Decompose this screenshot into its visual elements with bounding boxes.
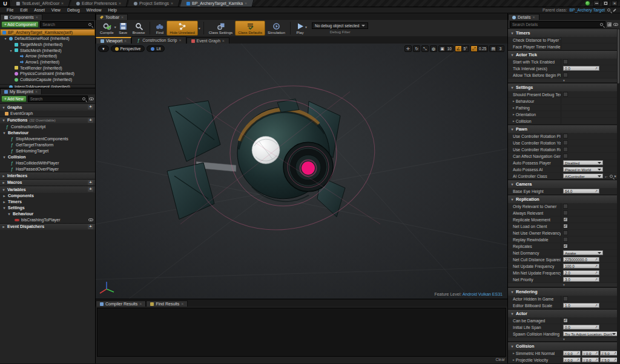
section-macros[interactable]: ▸Macros+ <box>0 179 95 186</box>
tab-my-blueprint[interactable]: My Blueprint × <box>0 88 42 94</box>
item-haspassedoverplayer[interactable]: ƒHasPassedOverPlayer <box>0 166 95 172</box>
menu-edit[interactable]: Edit <box>17 8 30 12</box>
menu-help[interactable]: Help <box>105 8 119 12</box>
window-tab-bp-archerytarget-kamika[interactable]: BP_ArcheryTarget_Kamika× <box>180 0 254 7</box>
details-scrollbar[interactable] <box>617 28 620 363</box>
rotation-snap-button[interactable]: ∠ <box>455 45 462 52</box>
parent-class-link[interactable]: BP_Archery Target <box>569 8 605 12</box>
expand-arrow-icon[interactable]: ▸ <box>513 112 515 116</box>
visibility-filter-icon[interactable] <box>89 97 94 100</box>
section-expander[interactable]: ▾ <box>508 337 620 342</box>
category-behaviour[interactable]: ▾Behaviour <box>0 211 95 217</box>
spin-box-net-cull-distance-squared[interactable]: 225000000.0↗ <box>563 257 599 262</box>
close-icon[interactable]: × <box>36 15 38 19</box>
component-root-row[interactable]: BP_ArcheryTarget_Kamikaze(self) <box>0 29 95 36</box>
component-row-defaultsceneroot[interactable]: ▾DefaultSceneRoot (Inherited) <box>0 36 95 42</box>
close-icon[interactable]: × <box>139 302 142 306</box>
details-section-camera[interactable]: ▾Camera <box>508 180 620 188</box>
rotate-tool-button[interactable]: ↻ <box>413 45 420 52</box>
clear-icon[interactable]: × <box>614 174 616 178</box>
use-selected-icon[interactable]: ← <box>604 174 608 178</box>
camera-speed-value-button[interactable]: 3 <box>497 45 504 52</box>
component-row-physicsconstraint[interactable]: PhysicsConstraint (Inherited) <box>0 71 95 77</box>
section-event-dispatchers[interactable]: ▸Event Dispatchers+ <box>0 223 95 230</box>
item-sethomingtarget[interactable]: ƒSetHomingTarget <box>0 148 95 154</box>
compile-button[interactable]: Compile▾ <box>97 21 116 36</box>
spin-box-editor-billboard-scale[interactable]: 1.0↗ <box>563 303 599 308</box>
tab-viewport[interactable]: Viewport× <box>96 37 131 44</box>
category-components[interactable]: ▸Components <box>0 193 95 199</box>
simulation-button[interactable]: Simulation <box>265 21 288 36</box>
vector-z-field[interactable]: Z5.0↗ <box>600 351 618 356</box>
coordinate-system-button[interactable]: ◍ <box>430 45 437 52</box>
details-section-rendering[interactable]: ▾Rendering <box>508 287 620 296</box>
component-row-arrow[interactable]: Arrow (Inherited) <box>0 53 95 59</box>
feature-level-value[interactable]: Android Vulkan ES31 <box>463 292 503 296</box>
close-icon[interactable]: × <box>181 302 183 306</box>
details-section-timers[interactable]: ▾Timers <box>508 28 620 37</box>
details-section-pawn[interactable]: ▾Pawn <box>508 125 620 133</box>
perspective-button[interactable]: Perspective <box>111 45 145 52</box>
browse-asset-icon[interactable] <box>610 175 613 178</box>
rotation-snap-value-button[interactable]: 5° <box>462 45 469 52</box>
find-button[interactable]: Find <box>153 21 167 36</box>
expand-arrow-icon[interactable]: ▸ <box>513 119 515 123</box>
details-section-settings[interactable]: ▾Settings <box>508 83 620 91</box>
spin-box-net-update-frequency[interactable]: 100.0↗ <box>563 264 599 269</box>
checkbox-replicates[interactable]: ✓ <box>563 244 568 249</box>
details-section-collision[interactable]: ▾Collision <box>508 342 620 350</box>
vector-x-field[interactable]: X0.0↗ <box>563 357 581 363</box>
window-tab-project-settings[interactable]: Project Settings× <box>128 0 180 7</box>
item-biscrashingtoplayer[interactable]: bIsCrashingToPlayer <box>0 217 95 223</box>
category-collision[interactable]: ▾Collision <box>0 154 95 160</box>
vector-z-field[interactable]: Z5.0↗ <box>600 357 618 363</box>
close-icon[interactable]: × <box>179 38 181 42</box>
checkbox-allow-tick-before-begin-pl[interactable] <box>563 73 568 77</box>
menu-window[interactable]: Window <box>84 8 105 12</box>
category-timers[interactable]: ▸Timers <box>0 199 95 205</box>
find-parent-class-icon[interactable] <box>607 8 610 11</box>
tab-close-icon[interactable]: × <box>171 1 173 5</box>
section-interfaces[interactable]: ▸Interfaces <box>0 172 95 179</box>
checkbox-replay-rewindable[interactable] <box>563 237 568 242</box>
section-functions[interactable]: ▾Functions(32 Overridable)+ <box>0 117 95 124</box>
add-new-button[interactable]: + Add New <box>1 96 27 102</box>
component-row-arrow1[interactable]: Arrow1 (Inherited) <box>0 59 95 65</box>
close-icon[interactable]: × <box>121 15 124 19</box>
drone-left-fins[interactable] <box>167 101 220 219</box>
add-icon[interactable]: + <box>88 224 93 229</box>
add-component-button[interactable]: + Add Component <box>1 21 39 28</box>
scale-tool-button[interactable]: ⤡ <box>421 45 429 52</box>
spin-box-net-priority[interactable]: 3.0↗ <box>563 277 599 282</box>
checkbox-use-controller-rotation-ya[interactable] <box>563 140 568 145</box>
dropdown-spawn-collision-handling-m[interactable]: Try To Adjust Location, Don't Spawn If S… <box>563 331 618 337</box>
menu-view[interactable]: View <box>48 8 64 12</box>
scrollbar-thumb[interactable] <box>618 29 619 83</box>
viewport-3d[interactable]: ▾ Perspective Lit ✛ ↻ ⤡ ◍ ▣ 10 <box>96 44 507 299</box>
dropdown-auto-possess-player[interactable]: Disabled <box>563 160 603 166</box>
checkbox-should-present-debug-tex[interactable] <box>563 92 568 97</box>
component-row-collisioncapsule[interactable]: CollisionCapsule (Inherited) <box>0 77 95 83</box>
spin-box-initial-life-span[interactable]: 0.0↗ <box>563 325 599 330</box>
components-search-input[interactable] <box>42 22 87 27</box>
debug-object-select[interactable]: No debug object selected <box>312 22 368 29</box>
expand-arrow-icon[interactable]: ▸ <box>513 351 515 355</box>
tab-close-icon[interactable]: × <box>245 1 247 5</box>
component-row-targetmesh[interactable]: TargetMesh (Inherited) <box>0 42 95 48</box>
checkbox-use-controller-rotation-ro[interactable] <box>563 147 568 152</box>
vector-y-field[interactable]: Y0.0↗ <box>582 351 599 356</box>
scale-snap-button[interactable]: ⤢ <box>470 45 478 52</box>
save-button[interactable]: Save <box>116 21 130 36</box>
clear-button[interactable]: Clear <box>495 357 506 362</box>
tab-close-icon[interactable]: × <box>119 1 121 5</box>
class-defaults-button[interactable]: Class Defaults <box>235 21 265 36</box>
details-section-actor-tick[interactable]: ▾Actor Tick <box>508 50 620 59</box>
minimize-button[interactable] <box>593 1 599 6</box>
tab-event-graph[interactable]: Event Graph× <box>186 37 229 44</box>
checkbox-only-relevant-to-owner[interactable] <box>563 204 568 209</box>
category-settings[interactable]: ▾Settings <box>0 205 95 211</box>
close-icon[interactable]: × <box>222 39 225 43</box>
toolbar-expand-caret[interactable]: ▾ <box>198 26 201 30</box>
checkbox-net-use-owner-relevancy[interactable] <box>563 230 568 235</box>
camera-speed-button[interactable]: ▤ <box>489 45 497 52</box>
